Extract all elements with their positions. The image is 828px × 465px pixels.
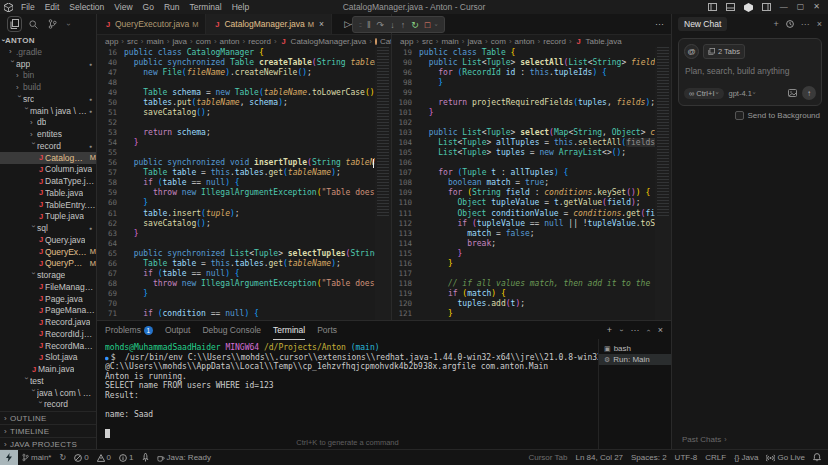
tree-item-db[interactable]: ›db	[0, 117, 96, 129]
terminal-session-run-main[interactable]: ⚙Run: Main	[599, 354, 671, 365]
launch-rocket-icon[interactable]	[138, 453, 153, 462]
tree-item-main-java[interactable]: JMain.java	[0, 363, 96, 375]
code-line[interactable]: 67 if (table == null) {	[97, 268, 375, 278]
close-button[interactable]: ✕	[813, 3, 820, 11]
maximize-button[interactable]: ▢	[797, 3, 805, 11]
breadcrumb-item[interactable]: app	[400, 37, 413, 46]
tree-item-record[interactable]: ›record●	[0, 140, 96, 152]
panel-tab-ports[interactable]: Ports	[317, 321, 337, 339]
code-line[interactable]: 120 tuples.add(t);	[392, 299, 655, 309]
code-line[interactable]: 63 }	[97, 228, 375, 238]
breadcrumb-item[interactable]: Table.java	[586, 37, 622, 46]
menu-edit[interactable]: Edit	[40, 2, 65, 12]
code-line[interactable]: 40 public synchronized Table createTable…	[97, 57, 375, 67]
tree-item-record[interactable]: ›record	[0, 399, 96, 411]
menu-go[interactable]: Go	[138, 2, 159, 12]
send-button[interactable]: ↑	[802, 86, 816, 100]
code-line[interactable]: 96 for (RecordId id : this.tupleIds) {	[392, 67, 655, 77]
remote-indicator[interactable]	[0, 450, 18, 465]
cursor-tab-status[interactable]: Cursor Tab	[524, 453, 571, 462]
code-line[interactable]: 69 }	[97, 289, 375, 299]
close-panel-icon[interactable]: ×	[658, 325, 663, 335]
code-line[interactable]: 115 }	[392, 248, 655, 258]
code-line[interactable]: 106	[392, 158, 655, 168]
terminal[interactable]: mohds@MuhammadSaadHaider MINGW64 /d/Proj…	[97, 339, 598, 450]
close-chat-icon[interactable]: ×	[817, 19, 822, 29]
encoding-status[interactable]: UTF-8	[671, 453, 702, 462]
chat-input-box[interactable]: @ 2 Tabs Plan, search, build anything ∞ …	[678, 38, 822, 106]
attach-image-icon[interactable]	[788, 89, 797, 97]
code-line[interactable]: 56 public synchronized void insertTuple(…	[97, 158, 375, 168]
code-line[interactable]: 104 List<Tuple> allTuples = this.selectA…	[392, 138, 655, 148]
breadcrumb-item[interactable]: CatalogManager	[380, 37, 391, 46]
code-line[interactable]: 48	[97, 77, 375, 87]
new-chat-icon[interactable]: +	[773, 19, 778, 29]
toggle-ai-pane-icon[interactable]	[744, 3, 753, 12]
panel-tab-terminal[interactable]: Terminal	[273, 321, 305, 340]
code-line[interactable]: 55	[97, 148, 375, 158]
code-line[interactable]: 51 saveCatalog();	[97, 107, 375, 117]
eol-status[interactable]: CRLF	[701, 453, 730, 462]
code-line[interactable]: 71 if (condition == null) {	[97, 309, 375, 319]
explorer-icon[interactable]	[10, 19, 19, 29]
breadcrumb-item[interactable]: com	[196, 37, 211, 46]
code-line[interactable]: 90 public List<Tuple> selectAll(List<Str…	[392, 57, 655, 67]
breadcrumb-item[interactable]: CatalogManager.java	[291, 37, 367, 46]
chat-title[interactable]: New Chat	[678, 17, 727, 31]
maximize-panel-icon[interactable]: ›	[645, 329, 652, 331]
code-line[interactable]: 121 }	[392, 309, 655, 319]
tree-item-recordmanager-j[interactable]: JRecordManager.j...	[0, 340, 96, 352]
breadcrumb-item[interactable]: record	[248, 37, 271, 46]
menu-view[interactable]: View	[109, 2, 137, 12]
code-line[interactable]: 99	[392, 87, 655, 97]
new-terminal-icon[interactable]: +	[607, 325, 612, 335]
toggle-panel-icon[interactable]	[726, 3, 735, 11]
panel-tab-problems[interactable]: Problems1	[105, 321, 153, 339]
toggle-primary-sidebar-icon[interactable]	[708, 3, 717, 11]
chat-input-placeholder[interactable]: Plan, search, build anything	[685, 66, 815, 76]
code-line[interactable]: 58 if (table == null) {	[97, 178, 375, 188]
panel-tab-output[interactable]: Output	[165, 321, 191, 339]
code-line[interactable]: 70	[97, 299, 375, 309]
code-line[interactable]: 64	[97, 238, 375, 248]
code-line[interactable]: 53 return schema;	[97, 128, 375, 138]
code-line[interactable]: 109 for (String field : conditions.keySe…	[392, 188, 655, 198]
editor-actions-kebab-icon[interactable]: ···	[655, 19, 664, 29]
code-line[interactable]: 61 table.insert(tuple);	[97, 208, 375, 218]
model-selector[interactable]: gpt-4.1 ›	[729, 89, 756, 98]
tree-item-gradle[interactable]: ›.gradle	[0, 46, 96, 58]
tree-item-sql[interactable]: ›sql●	[0, 222, 96, 234]
past-chats-link[interactable]: Past Chats›	[682, 435, 726, 444]
tree-item-tableentry-java[interactable]: JTableEntry.java	[0, 199, 96, 211]
code-line[interactable]: 111 Object conditionValue = conditions.g…	[392, 208, 655, 218]
code-line[interactable]: 108 boolean match = true;	[392, 178, 655, 188]
breadcrumb-item[interactable]: src	[422, 37, 433, 46]
breadcrumb[interactable]: app›src›main›java›com›anton›record›JTabl…	[392, 35, 671, 47]
pause-icon[interactable]: ‖	[367, 20, 371, 30]
minimap[interactable]	[375, 47, 391, 320]
tree-item-queryparser[interactable]: JQueryParser...M	[0, 258, 96, 270]
code-line[interactable]: 50 tables.put(tableName, schema);	[97, 97, 375, 107]
code-line[interactable]: 118 // if all values match, then add it …	[392, 278, 655, 288]
customize-layout-icon[interactable]	[762, 3, 771, 11]
menu-selection[interactable]: Selection	[64, 2, 109, 12]
breadcrumb-item[interactable]: java	[467, 37, 482, 46]
code-line[interactable]: 116 }	[392, 258, 655, 268]
tree-item-recordid-java[interactable]: JRecordId.java	[0, 328, 96, 340]
language-mode[interactable]: {} Java	[730, 453, 762, 462]
indentation-status[interactable]: Spaces: 2	[627, 453, 671, 462]
sidebar-section-timeline[interactable]: ›TIMELINE	[0, 424, 96, 437]
close-tab-icon[interactable]: ×	[319, 19, 324, 29]
more-views-chevron-icon[interactable]: ›	[67, 20, 70, 29]
minimap[interactable]	[655, 47, 671, 320]
tree-item-bin[interactable]: ›bin	[0, 70, 96, 82]
code-line[interactable]: 59 throw new IllegalArgumentException("T…	[97, 188, 375, 198]
tree-item-slot-java[interactable]: JSlot.java	[0, 352, 96, 364]
code-line[interactable]: 107 for (Tuple t : allTuples) {	[392, 168, 655, 178]
code-line[interactable]: 114 break;	[392, 238, 655, 248]
agent-mode-selector[interactable]: ∞ Ctrl+I ›	[684, 88, 724, 99]
tree-item-queryexecu[interactable]: JQueryExecu...M	[0, 246, 96, 258]
debug-chevron-icon[interactable]: ›	[432, 24, 442, 26]
breadcrumb-item[interactable]: anton	[515, 37, 535, 46]
problems-summary[interactable]: 0 0 1	[70, 453, 137, 462]
